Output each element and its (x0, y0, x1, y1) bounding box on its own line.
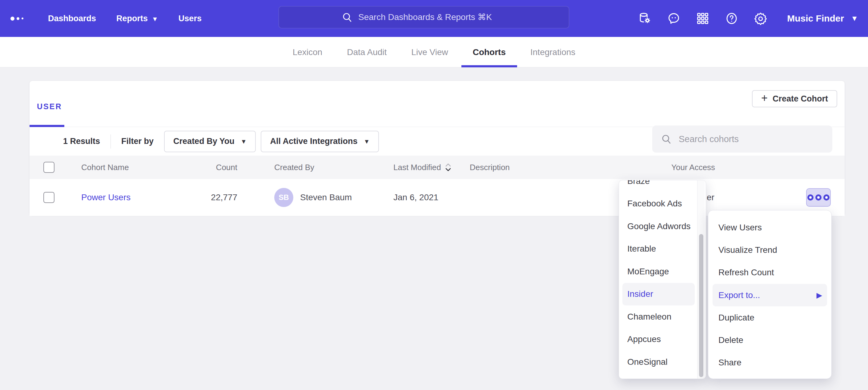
cohort-search-bar[interactable] (652, 126, 832, 153)
chevron-right-icon: ▶ (816, 291, 822, 300)
menu-item-refresh-count[interactable]: Refresh Count (713, 261, 827, 284)
chevron-down-icon: ▼ (364, 138, 370, 145)
menu-item-braze[interactable]: Braze (622, 180, 695, 193)
menu-item-duplicate[interactable]: Duplicate (713, 306, 827, 329)
nav-right-controls: Music Finder ▼ (638, 0, 858, 37)
menu-item-google-adwords[interactable]: Google Adwords (622, 215, 695, 238)
sort-icon[interactable] (445, 163, 452, 172)
chevron-down-icon: ▼ (152, 16, 158, 22)
nav-link-label: Reports (116, 14, 148, 23)
top-navigation-bar: Dashboards Reports▼ Users (0, 0, 868, 37)
search-icon (342, 12, 353, 23)
menu-item-appcues[interactable]: Appcues (622, 328, 695, 351)
cohort-type-tabs-row: USER + Create Cohort (30, 81, 845, 127)
nav-link-label: Dashboards (48, 14, 96, 23)
mixpanel-logo-icon[interactable] (10, 17, 29, 21)
menu-item-onesignal[interactable]: OneSignal (622, 351, 695, 373)
menu-item-share[interactable]: Share (713, 352, 827, 374)
menu-item-label: Duplicate (718, 313, 754, 323)
menu-item-label: View Users (718, 223, 762, 232)
integrations-filter-dropdown[interactable]: All Active Integrations ▼ (261, 131, 379, 152)
column-header-created-by: Created By (274, 156, 314, 179)
chevron-down-icon: ▼ (241, 138, 247, 145)
create-cohort-label: Create Cohort (773, 94, 828, 104)
filter-by-label: Filter by (121, 136, 154, 146)
nav-link-dashboards[interactable]: Dashboards (48, 14, 96, 23)
menu-item-delete[interactable]: Delete (713, 329, 827, 351)
export-destinations-list: Braze Facebook Ads Google Adwords Iterab… (619, 180, 706, 373)
export-destinations-submenu: Braze Facebook Ads Google Adwords Iterab… (619, 180, 706, 379)
global-search-bar[interactable] (279, 6, 569, 28)
menu-item-label: Export to... (718, 290, 760, 300)
table-header-row: Cohort Name Count Created By Last Modifi… (30, 156, 845, 179)
submenu-scrollbar-thumb[interactable] (699, 234, 703, 377)
nav-link-reports[interactable]: Reports▼ (116, 14, 158, 23)
cohort-search-input[interactable] (679, 134, 814, 144)
tab-data-audit[interactable]: Data Audit (336, 37, 398, 67)
filter-label: All Active Integrations (270, 136, 358, 146)
column-header-cohort-name: Cohort Name (81, 156, 129, 179)
menu-item-label: Visualize Trend (718, 245, 777, 255)
active-tab-underline (30, 125, 64, 127)
created-by-filter-dropdown[interactable]: Created By You ▼ (164, 131, 256, 152)
nav-link-users[interactable]: Users (179, 14, 202, 23)
data-settings-icon[interactable] (638, 12, 652, 25)
menu-item-insider[interactable]: Insider (622, 283, 695, 306)
cohort-count: 22,777 (177, 179, 237, 216)
column-header-description: Description (470, 156, 510, 179)
row-checkbox[interactable] (43, 192, 55, 203)
menu-item-label: Share (718, 358, 742, 367)
row-actions-button[interactable] (806, 188, 831, 207)
menu-item-export-to[interactable]: Export to... ▶ (713, 284, 827, 306)
cohorts-card: USER + Create Cohort 1 Results Filter by… (29, 80, 845, 216)
menu-item-moengage[interactable]: MoEngage (622, 260, 695, 283)
created-by-name: Steven Baum (300, 193, 352, 202)
column-header-label: Last Modified (393, 163, 441, 172)
create-cohort-button[interactable]: + Create Cohort (752, 90, 837, 107)
column-header-count: Count (177, 156, 237, 179)
nav-links: Dashboards Reports▼ Users (48, 14, 202, 23)
section-tabbar: Lexicon Data Audit Live View Cohorts Int… (0, 37, 868, 67)
chevron-down-icon: ▼ (851, 14, 858, 23)
feedback-icon[interactable] (667, 12, 681, 25)
submenu-scrollbar-track (697, 180, 705, 379)
avatar: SB (274, 188, 293, 207)
menu-item-facebook-ads[interactable]: Facebook Ads (622, 193, 695, 215)
tab-cohorts[interactable]: Cohorts (461, 37, 517, 67)
filter-label: Created By You (173, 136, 235, 146)
menu-item-label: Refresh Count (718, 268, 774, 278)
tab-integrations[interactable]: Integrations (519, 37, 587, 67)
filter-row: 1 Results Filter by Created By You ▼ All… (30, 127, 845, 156)
dot-icon (824, 194, 830, 200)
menu-item-iterable[interactable]: Iterable (622, 238, 695, 261)
last-modified-cell: Jan 6, 2021 (393, 179, 438, 216)
project-switcher[interactable]: Music Finder ▼ (787, 13, 858, 24)
menu-item-label: Delete (718, 335, 743, 345)
column-header-your-access: Your Access (671, 156, 715, 179)
dot-icon (815, 194, 822, 200)
tab-user-cohorts[interactable]: USER (37, 102, 62, 111)
apps-grid-icon[interactable] (696, 12, 710, 25)
created-by-cell: SB Steven Baum (274, 179, 352, 216)
search-icon (661, 133, 672, 144)
divider (111, 134, 111, 149)
menu-item-view-users[interactable]: View Users (713, 216, 827, 239)
select-all-checkbox[interactable] (43, 162, 55, 173)
plus-icon: + (761, 93, 768, 104)
dot-icon (807, 194, 813, 200)
cohort-name-link[interactable]: Power Users (81, 193, 130, 202)
settings-icon[interactable] (754, 12, 767, 25)
menu-item-chameleon[interactable]: Chameleon (622, 305, 695, 328)
column-header-last-modified[interactable]: Last Modified (393, 156, 452, 179)
row-context-menu: View Users Visualize Trend Refresh Count… (708, 210, 832, 379)
global-search-input[interactable] (358, 12, 506, 22)
nav-link-label: Users (179, 14, 202, 23)
tab-lexicon[interactable]: Lexicon (281, 37, 334, 67)
tab-live-view[interactable]: Live View (400, 37, 459, 67)
results-count: 1 Results (63, 136, 100, 146)
help-icon[interactable] (725, 12, 738, 25)
project-name: Music Finder (787, 13, 844, 24)
menu-item-visualize-trend[interactable]: Visualize Trend (713, 239, 827, 261)
